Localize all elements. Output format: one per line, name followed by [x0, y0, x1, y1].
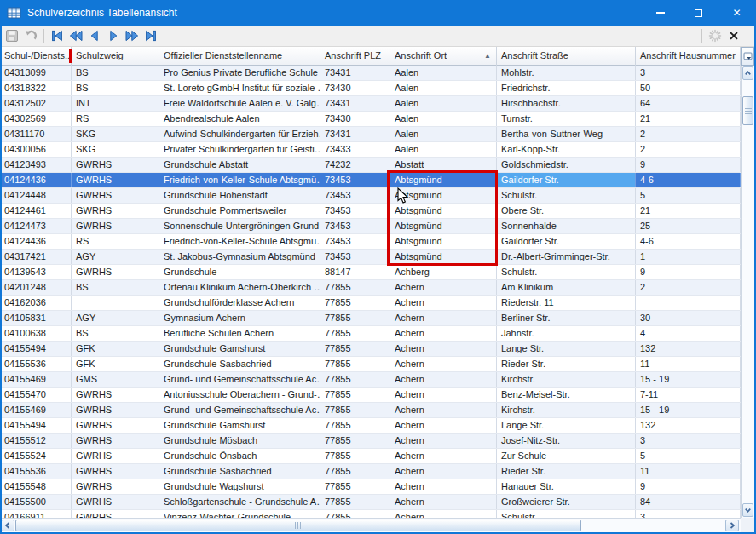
grid-cell[interactable]: Friedrichstr. — [497, 81, 636, 95]
scroll-down-button[interactable] — [742, 503, 753, 517]
grid-cell[interactable]: Grundschule Önsbach — [159, 449, 320, 463]
grid-cell[interactable]: Schloßgartenschule - Grundschule A… — [159, 495, 320, 509]
grid-cell[interactable]: 04123493 — [0, 158, 72, 172]
table-row[interactable]: 04155524GWRHSGrundschule Önsbach77855Ach… — [0, 449, 741, 464]
grid-cell[interactable]: 04155470 — [0, 388, 72, 402]
grid-cell[interactable]: Grundschule — [159, 265, 320, 279]
column-header-ort[interactable]: Anschrift Ort ▲ — [390, 47, 497, 66]
grid-cell[interactable]: 21 — [636, 204, 741, 218]
maximize-button[interactable] — [679, 0, 718, 26]
grid-cell[interactable]: Zur Schule — [497, 449, 636, 463]
table-row[interactable]: 04317421AGYSt. Jakobus-Gymnasium Abtsgmü… — [0, 250, 741, 265]
table-row[interactable]: 04155536GFKGrundschule Sasbachried77855A… — [0, 357, 741, 372]
grid-cell[interactable]: Grundschule Sasbachried — [159, 464, 320, 479]
grid-cell[interactable]: 4-6 — [636, 234, 741, 249]
grid-cell[interactable]: 04155469 — [0, 403, 72, 417]
grid-cell[interactable]: Obere Str. — [497, 204, 636, 218]
grid-cell[interactable]: Schulstr. — [497, 510, 636, 518]
grid-cell[interactable]: Sonnenschule Untergröningen Grund… — [159, 219, 320, 233]
column-chooser-button[interactable] — [741, 47, 754, 66]
close-button[interactable]: ✕ — [718, 0, 756, 26]
grid-cell[interactable]: Rieder Str. — [497, 357, 636, 371]
grid-cell[interactable]: 04317421 — [0, 250, 72, 264]
grid-cell[interactable]: 77855 — [320, 449, 390, 463]
column-header-schulnummer[interactable]: Schul-/Diensts... — [0, 47, 72, 66]
table-row[interactable]: 04124461GWRHSGrundschule Pommertsweiler7… — [0, 204, 741, 219]
column-header-dienststellenname[interactable]: Offizieller Dienststellenname — [159, 47, 320, 66]
grid-cell[interactable]: GWRHS — [72, 403, 159, 417]
grid-cell[interactable]: Grund- und Gemeinschaftsschule Ac… — [159, 372, 320, 387]
grid-cell[interactable]: 132 — [636, 342, 741, 356]
grid-cell[interactable]: 3 — [636, 510, 741, 518]
grid-cell[interactable]: Abtsgmünd — [390, 188, 497, 203]
grid-cell[interactable]: 74232 — [320, 158, 390, 172]
grid-cell[interactable]: 73453 — [320, 250, 390, 264]
grid-cell[interactable]: GWRHS — [72, 434, 159, 448]
nav-last-button[interactable] — [141, 26, 160, 45]
grid-cell[interactable]: Sonnenhalde — [497, 219, 636, 233]
grid-cell[interactable]: Schulstr. — [497, 265, 636, 279]
table-row[interactable]: 04124436GWRHSFriedrich-von-Keller-Schule… — [0, 173, 741, 188]
grid-cell[interactable]: GWRHS — [72, 510, 159, 518]
table-row[interactable]: 04139543GWRHSGrundschule88147AchbergSchu… — [0, 265, 741, 280]
table-row[interactable]: 04162036Grundschulförderklasse Achern778… — [0, 296, 741, 311]
table-row[interactable]: 04302569RSAbendrealschule Aalen73430Aale… — [0, 112, 741, 127]
grid-cell[interactable]: Achern — [390, 510, 497, 518]
grid-cell[interactable]: 9 — [636, 479, 741, 494]
grid-cell[interactable]: 73453 — [320, 219, 390, 233]
undo-button[interactable] — [21, 26, 40, 45]
grid-cell[interactable]: 2 — [636, 127, 741, 141]
grid-cell[interactable]: Achern — [390, 326, 497, 341]
grid-cell[interactable]: Kirchstr. — [497, 372, 636, 387]
minimize-button[interactable] — [641, 0, 679, 26]
grid-cell[interactable]: Abtsgmünd — [390, 204, 497, 218]
column-header-hausnummer[interactable]: Anschrift Hausnummer — [636, 47, 741, 66]
grid-cell[interactable]: 77855 — [320, 434, 390, 448]
table-row[interactable]: 04155536GWRHSGrundschule Sasbachried7785… — [0, 464, 741, 479]
vertical-scroll-thumb[interactable] — [742, 96, 753, 125]
grid-cell[interactable] — [636, 296, 741, 310]
grid-cell[interactable]: GWRHS — [72, 418, 159, 433]
grid-cell[interactable]: GWRHS — [72, 219, 159, 233]
grid-cell[interactable]: 7-11 — [636, 388, 741, 402]
grid-cell[interactable]: 77855 — [320, 464, 390, 479]
grid-cell[interactable]: Am Klinikum — [497, 280, 636, 295]
grid-cell[interactable]: Abtsgmünd — [390, 250, 497, 264]
grid-cell[interactable]: Aalen — [390, 81, 497, 95]
table-row[interactable]: 04155548GWRHSGrundschule Wagshurst77855A… — [0, 479, 741, 495]
grid-cell[interactable]: 30 — [636, 311, 741, 325]
grid-cell[interactable]: AGY — [72, 311, 159, 325]
grid-cell[interactable]: 132 — [636, 418, 741, 433]
grid-cell[interactable]: Achern — [390, 434, 497, 448]
grid-cell[interactable]: GWRHS — [72, 388, 159, 402]
grid-cell[interactable]: BS — [72, 326, 159, 341]
grid-cell[interactable]: 04105831 — [0, 311, 72, 325]
grid-cell[interactable]: Friedrich-von-Keller-Schule Abtsgmü… — [159, 173, 320, 187]
grid-cell[interactable]: Abtsgmünd — [390, 173, 497, 187]
grid-cell[interactable]: 73430 — [320, 81, 390, 95]
grid-cell[interactable]: 04124473 — [0, 219, 72, 233]
grid-cell[interactable]: GWRHS — [72, 265, 159, 279]
table-row[interactable]: 04318322BSSt. Loreto gGmbH Institut für … — [0, 81, 741, 96]
table-row[interactable]: 04300056SKGPrivater Schulkindergarten fü… — [0, 142, 741, 158]
grid-cell[interactable]: Achern — [390, 372, 497, 387]
grid-cell[interactable]: Antoniusschule Oberachern - Grund-… — [159, 388, 320, 402]
grid-cell[interactable] — [72, 296, 159, 310]
grid-cell[interactable]: 04124436 — [0, 234, 72, 249]
grid-cell[interactable]: GFK — [72, 342, 159, 356]
grid-cell[interactable]: Abstatt — [390, 158, 497, 172]
grid-cell[interactable]: Karl-Kopp-Str. — [497, 142, 636, 157]
grid-cell[interactable]: 73431 — [320, 96, 390, 111]
grid-cell[interactable]: Rieder Str. — [497, 464, 636, 479]
grid-cell[interactable]: Lange Str. — [497, 342, 636, 356]
grid-cell[interactable]: SKG — [72, 127, 159, 141]
grid-cell[interactable]: Aalen — [390, 127, 497, 141]
grid-cell[interactable]: Aalen — [390, 142, 497, 157]
grid-cell[interactable]: Grundschule Abstatt — [159, 158, 320, 172]
grid-cell[interactable]: 04155494 — [0, 342, 72, 356]
table-row[interactable]: 04313099BSPro Genius Private Berufliche … — [0, 66, 741, 81]
grid-cell[interactable]: 04313099 — [0, 66, 72, 80]
table-row[interactable]: 04155470GWRHSAntoniusschule Oberachern -… — [0, 388, 741, 403]
table-row[interactable]: 04201248BSOrtenau Klinikum Achern-Oberki… — [0, 280, 741, 296]
table-row[interactable]: 04166911GWRHSVinzenz-Wachter-Grundschule… — [0, 510, 741, 518]
